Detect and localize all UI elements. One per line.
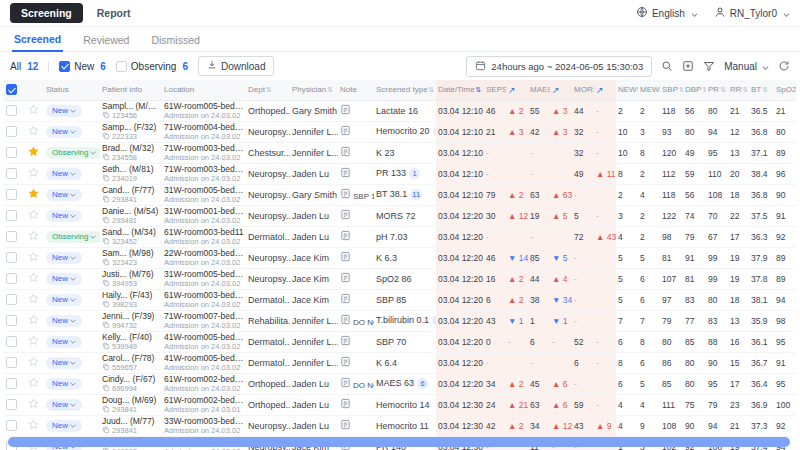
patient-cell[interactable]: Sand... (M/34)323452 xyxy=(100,226,162,247)
copy-icon[interactable] xyxy=(102,153,110,163)
status-badge[interactable]: New xyxy=(46,273,82,285)
screened-count-badge[interactable]: 3 xyxy=(433,126,436,137)
screened-count-badge[interactable]: 1 xyxy=(409,168,420,179)
col-header-mews[interactable]: MEWS⇅ xyxy=(638,80,660,100)
filter-observing[interactable]: Observing 6 xyxy=(116,61,188,72)
col-header-pr[interactable]: PR⇅ xyxy=(706,80,728,100)
col-header-screened[interactable]: Screened type⇅ xyxy=(374,80,436,100)
col-header-rr[interactable]: RR⇅ xyxy=(728,80,749,100)
sort-icon[interactable]: ⇅ xyxy=(476,86,482,93)
table-row[interactable]: NewHaily... (F/43)39829361W-room003-bed0… xyxy=(4,289,796,310)
user-menu[interactable]: RN_Tylor0 xyxy=(714,6,790,20)
table-row[interactable]: NewDoug... (M/69)29384161W-room002-bed04… xyxy=(4,394,796,415)
status-badge[interactable]: New xyxy=(46,315,82,327)
note-cell[interactable]: DO NOT... xyxy=(338,373,374,394)
select-all-checkbox[interactable] xyxy=(6,84,17,95)
copy-icon[interactable] xyxy=(102,321,110,331)
table-row[interactable]: NewSam... (M/98)32342322W-room003-bed04A… xyxy=(4,247,796,268)
star-icon[interactable] xyxy=(28,209,39,220)
col-header-spo2[interactable]: SpO2⇅ xyxy=(774,80,796,100)
note-cell[interactable] xyxy=(338,205,374,226)
screened-count-badge[interactable]: 1 xyxy=(432,315,436,326)
sort-icon[interactable]: ⇅ xyxy=(327,86,333,93)
status-badge[interactable]: New xyxy=(46,294,82,306)
copy-icon[interactable] xyxy=(102,132,110,142)
status-badge[interactable]: New xyxy=(46,126,82,138)
star-icon[interactable] xyxy=(28,272,39,283)
download-button[interactable]: Download xyxy=(198,56,274,76)
copy-icon[interactable] xyxy=(102,237,110,247)
add-panel-icon[interactable] xyxy=(682,60,694,72)
copy-icon[interactable] xyxy=(102,216,110,226)
note-icon[interactable] xyxy=(340,317,351,327)
copy-icon[interactable] xyxy=(102,195,110,205)
tab-dismissed[interactable]: Dismissed xyxy=(149,34,201,51)
star-icon[interactable] xyxy=(28,335,39,346)
tab-reviewed[interactable]: Reviewed xyxy=(81,34,131,51)
note-icon[interactable] xyxy=(340,128,351,138)
patient-cell[interactable]: Brad... (M/32)234558 xyxy=(100,142,162,163)
note-icon[interactable] xyxy=(340,107,351,117)
status-badge[interactable]: Observing xyxy=(46,147,100,159)
patient-cell[interactable]: Haily... (F/43)398293 xyxy=(100,289,162,310)
col-header-physician[interactable]: Physician⇅ xyxy=(290,80,338,100)
row-checkbox[interactable] xyxy=(6,273,17,284)
note-cell[interactable] xyxy=(338,268,374,289)
table-row[interactable]: NewSeth... (M/81)23401971W-room003-bed03… xyxy=(4,163,796,184)
row-checkbox[interactable] xyxy=(6,336,17,347)
status-badge[interactable]: New xyxy=(46,168,82,180)
filter-all[interactable]: All 12 xyxy=(10,61,38,72)
patient-cell[interactable]: Sam... (M/98)323423 xyxy=(100,247,162,268)
note-cell[interactable] xyxy=(338,289,374,310)
refresh-icon[interactable] xyxy=(778,60,790,72)
row-checkbox[interactable] xyxy=(6,357,17,368)
status-badge[interactable]: New xyxy=(46,210,82,222)
screened-count-badge[interactable]: 6 xyxy=(417,378,428,389)
row-checkbox[interactable] xyxy=(6,105,17,116)
note-icon[interactable] xyxy=(340,380,351,390)
copy-icon[interactable] xyxy=(102,384,110,394)
col-header-dept[interactable]: Dept⇅ xyxy=(246,80,290,100)
copy-icon[interactable] xyxy=(102,426,110,436)
row-checkbox[interactable] xyxy=(6,420,17,431)
col-header-news[interactable]: NEWS⇅ xyxy=(616,80,638,100)
patient-cell[interactable]: Kelly... (F/40)539949 xyxy=(100,331,162,352)
language-selector[interactable]: English xyxy=(636,6,698,20)
patient-cell[interactable]: Carol... (F/78)559657 xyxy=(100,352,162,373)
note-icon[interactable] xyxy=(340,296,351,306)
row-checkbox[interactable] xyxy=(6,189,17,200)
tab-report[interactable]: Report xyxy=(97,7,131,19)
table-row[interactable]: NewCindy... (F/67)69699461W-room002-bed0… xyxy=(4,373,796,394)
observing-checkbox[interactable] xyxy=(116,61,127,72)
col-header-mors[interactable]: MORS⇅ xyxy=(572,80,594,100)
status-badge[interactable]: New xyxy=(46,378,82,390)
filter-icon[interactable] xyxy=(703,60,715,72)
sort-icon[interactable]: ⇅ xyxy=(743,86,749,93)
note-cell[interactable]: DO NOT... xyxy=(338,310,374,331)
note-icon[interactable] xyxy=(340,422,351,432)
star-icon[interactable] xyxy=(28,419,39,430)
col-header-datetime[interactable]: Date/Time⇅ xyxy=(436,80,484,100)
copy-icon[interactable] xyxy=(102,447,110,450)
star-icon[interactable] xyxy=(28,314,39,325)
table-row[interactable]: NewDanie... (M/54)29348131W-room001-bed0… xyxy=(4,205,796,226)
note-cell[interactable] xyxy=(338,142,374,163)
status-badge[interactable]: New xyxy=(46,420,82,432)
copy-icon[interactable] xyxy=(102,111,110,121)
note-icon[interactable] xyxy=(340,149,351,159)
filter-new[interactable]: New 6 xyxy=(59,61,106,72)
table-row[interactable]: NewJusti... (M/76)39495331W-room005-bed0… xyxy=(4,268,796,289)
col-header-maes[interactable]: MAES⇅ xyxy=(528,80,550,100)
note-cell[interactable] xyxy=(338,394,374,415)
copy-icon[interactable] xyxy=(102,258,110,268)
sort-icon[interactable]: ⇅ xyxy=(762,86,768,93)
note-cell[interactable]: SBP 100... xyxy=(338,184,374,205)
note-cell[interactable] xyxy=(338,100,374,121)
sort-icon[interactable]: ⇅ xyxy=(429,86,435,93)
note-icon[interactable] xyxy=(340,338,351,348)
star-icon[interactable] xyxy=(28,293,39,304)
horizontal-scrollbar[interactable] xyxy=(8,437,790,447)
patient-cell[interactable]: Samp... (F/32)222333 xyxy=(100,121,162,142)
tab-screening[interactable]: Screening xyxy=(10,3,83,23)
note-cell[interactable] xyxy=(338,415,374,436)
